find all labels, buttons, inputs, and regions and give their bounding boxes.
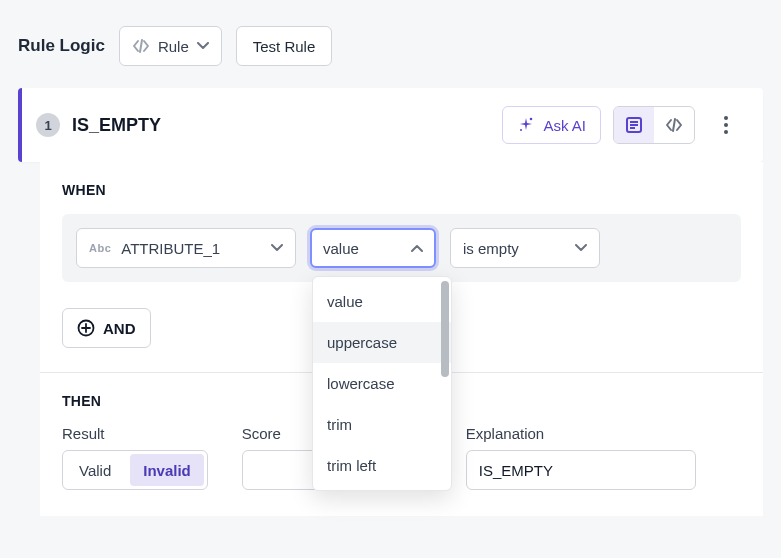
and-label: AND	[103, 320, 136, 337]
result-invalid-option[interactable]: Invalid	[130, 454, 204, 486]
result-label: Result	[62, 425, 208, 442]
code-view-toggle[interactable]	[654, 107, 694, 143]
svg-line-7	[673, 119, 675, 131]
operator-select-value: is empty	[463, 240, 519, 257]
when-label: WHEN	[62, 182, 741, 198]
rule-header-card: 1 IS_EMPTY Ask AI	[18, 88, 763, 162]
svg-line-0	[140, 40, 142, 52]
view-toggle-group	[613, 106, 695, 144]
dropdown-option-value[interactable]: value	[313, 281, 451, 322]
svg-point-2	[520, 129, 522, 131]
explanation-input[interactable]	[466, 450, 696, 490]
explanation-label: Explanation	[466, 425, 696, 442]
code-icon	[132, 39, 150, 53]
dropdown-option-uppercase[interactable]: uppercase	[313, 322, 451, 363]
rule-name: IS_EMPTY	[72, 115, 490, 136]
form-view-toggle[interactable]	[614, 107, 654, 143]
explanation-column: Explanation	[466, 425, 696, 490]
svg-point-9	[724, 123, 728, 127]
dropdown-option-lowercase[interactable]: lowercase	[313, 363, 451, 404]
rule-step-badge: 1	[36, 113, 60, 137]
when-section: WHEN Abc ATTRIBUTE_1 value value upperca…	[40, 162, 763, 516]
text-type-icon: Abc	[89, 242, 111, 254]
chevron-down-icon	[197, 42, 209, 50]
result-column: Result Valid Invalid	[62, 425, 208, 490]
chevron-down-icon	[271, 244, 283, 252]
rule-mode-label: Rule	[158, 38, 189, 55]
chevron-down-icon	[575, 244, 587, 252]
condition-row: Abc ATTRIBUTE_1 value value uppercase lo…	[62, 214, 741, 282]
test-rule-button[interactable]: Test Rule	[236, 26, 333, 66]
dropdown-scrollbar[interactable]	[441, 281, 449, 377]
sparkle-icon	[517, 116, 535, 134]
operator-select[interactable]: is empty	[450, 228, 600, 268]
transform-select[interactable]: value value uppercase lowercase trim tri…	[310, 228, 436, 268]
plus-circle-icon	[77, 319, 95, 337]
result-segmented: Valid Invalid	[62, 450, 208, 490]
chevron-up-icon	[411, 244, 423, 252]
ask-ai-label: Ask AI	[543, 117, 586, 134]
add-and-button[interactable]: AND	[62, 308, 151, 348]
topbar: Rule Logic Rule Test Rule	[0, 0, 781, 82]
form-icon	[625, 116, 643, 134]
dropdown-option-trim[interactable]: trim	[313, 404, 451, 445]
result-valid-option[interactable]: Valid	[63, 451, 127, 489]
page-title: Rule Logic	[18, 36, 105, 56]
svg-point-8	[724, 116, 728, 120]
transform-dropdown: value uppercase lowercase trim trim left	[312, 276, 452, 491]
more-vertical-icon	[724, 116, 728, 134]
transform-select-value: value	[323, 240, 359, 257]
attribute-select[interactable]: Abc ATTRIBUTE_1	[76, 228, 296, 268]
dropdown-option-trimleft[interactable]: trim left	[313, 445, 451, 486]
rule-mode-select[interactable]: Rule	[119, 26, 222, 66]
more-menu-button[interactable]	[707, 106, 745, 144]
ask-ai-button[interactable]: Ask AI	[502, 106, 601, 144]
attribute-select-value: ATTRIBUTE_1	[121, 240, 220, 257]
svg-point-10	[724, 130, 728, 134]
code-icon	[665, 118, 683, 132]
svg-point-1	[530, 118, 533, 121]
